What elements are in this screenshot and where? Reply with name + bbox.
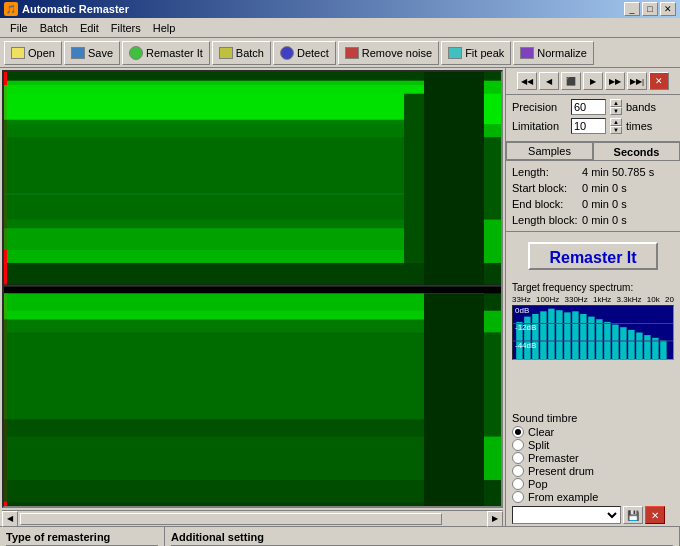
waveform-display[interactable] xyxy=(2,70,503,508)
minimize-button[interactable]: _ xyxy=(624,2,640,16)
svg-rect-35 xyxy=(612,325,618,359)
remaster-it-button[interactable]: Remaster It xyxy=(122,41,210,65)
svg-rect-28 xyxy=(556,310,562,359)
freq-scale-1: 33Hz xyxy=(512,295,531,304)
type-panel: Type of remastering Both channels Partia… xyxy=(0,527,165,546)
timbre-present-drum-row: Present drum xyxy=(512,465,665,477)
svg-rect-38 xyxy=(636,333,642,360)
timbre-select[interactable] xyxy=(512,506,621,524)
remaster-it-label: Remaster It xyxy=(146,47,203,59)
menu-file[interactable]: File xyxy=(4,20,34,36)
detect-icon xyxy=(280,46,294,60)
toolbar: Open Save Remaster It Batch Detect Remov… xyxy=(0,38,680,68)
tab-samples[interactable]: Samples xyxy=(506,142,593,160)
right-panel: ◀◀ ◀ ⬛ ▶ ▶▶ ▶▶| ✕ Precision 60 ▲ ▼ bands xyxy=(505,68,680,526)
timbre-present-drum-radio[interactable] xyxy=(512,465,524,477)
timbre-split-row: Split xyxy=(512,439,665,451)
app-icon: 🎵 xyxy=(4,2,18,16)
open-label: Open xyxy=(28,47,55,59)
limitation-label: Limitation xyxy=(512,120,567,132)
menu-help[interactable]: Help xyxy=(147,20,182,36)
close-button[interactable]: ✕ xyxy=(660,2,676,16)
precision-area: Precision 60 ▲ ▼ bands Limitation 10 ▲ ▼ xyxy=(506,95,680,142)
precision-unit: bands xyxy=(626,101,656,113)
menu-batch[interactable]: Batch xyxy=(34,20,74,36)
additional-panel-title: Additional setting xyxy=(171,531,673,546)
normalize-button[interactable]: Normalize xyxy=(513,41,594,65)
db-label-0: 0dB xyxy=(515,306,529,315)
menu-edit[interactable]: Edit xyxy=(74,20,105,36)
timbre-split-radio[interactable] xyxy=(512,439,524,451)
freq-section: Target frequency spectrum: 33Hz 100Hz 33… xyxy=(506,280,680,410)
timbre-delete-button[interactable]: ✕ xyxy=(645,506,665,524)
transport-bar: ◀◀ ◀ ⬛ ▶ ▶▶ ▶▶| ✕ xyxy=(506,68,680,95)
svg-rect-31 xyxy=(580,314,586,359)
detect-button[interactable]: Detect xyxy=(273,41,336,65)
svg-rect-32 xyxy=(588,317,594,359)
batch-icon xyxy=(219,47,233,59)
timbre-bottom-controls: 💾 ✕ xyxy=(512,506,665,524)
svg-rect-37 xyxy=(628,330,634,359)
length-block-label: Length block: xyxy=(512,214,582,226)
precision-down[interactable]: ▼ xyxy=(610,107,622,115)
remaster-it-main-button[interactable]: Remaster It xyxy=(528,242,658,270)
info-section: Length: 4 min 50.785 s Start block: 0 mi… xyxy=(506,161,680,232)
detect-label: Detect xyxy=(297,47,329,59)
timbre-clear-radio[interactable] xyxy=(512,426,524,438)
freq-scale-3: 330Hz xyxy=(565,295,588,304)
fit-peak-button[interactable]: Fit peak xyxy=(441,41,511,65)
svg-rect-36 xyxy=(620,327,626,359)
timbre-from-example-row: From example xyxy=(512,491,665,503)
limitation-input[interactable]: 10 xyxy=(571,118,606,134)
timbre-from-example-label: From example xyxy=(528,491,598,503)
precision-input[interactable]: 60 xyxy=(571,99,606,115)
tab-seconds[interactable]: Seconds xyxy=(593,142,680,160)
db-label-12: -12dB xyxy=(515,323,536,332)
scroll-right-arrow[interactable]: ▶ xyxy=(487,511,503,527)
bottom-section: Type of remastering Both channels Partia… xyxy=(0,526,680,546)
scroll-left-arrow[interactable]: ◀ xyxy=(2,511,18,527)
freq-scale-2: 100Hz xyxy=(536,295,559,304)
svg-rect-18 xyxy=(4,306,484,436)
additional-panel: Additional setting Remove noise blocks %… xyxy=(165,527,680,546)
transport-btn-5[interactable]: ▶▶ xyxy=(605,72,625,90)
start-block-value: 0 min 0 s xyxy=(582,182,627,194)
timbre-present-drum-label: Present drum xyxy=(528,465,594,477)
timbre-clear-label: Clear xyxy=(528,426,554,438)
save-button[interactable]: Save xyxy=(64,41,120,65)
transport-btn-6[interactable]: ▶▶| xyxy=(627,72,647,90)
precision-up[interactable]: ▲ xyxy=(610,99,622,107)
svg-rect-29 xyxy=(564,312,570,359)
maximize-button[interactable]: □ xyxy=(642,2,658,16)
freq-scale-4: 1kHz xyxy=(593,295,611,304)
transport-btn-1[interactable]: ◀◀ xyxy=(517,72,537,90)
timbre-pop-radio[interactable] xyxy=(512,478,524,490)
scroll-thumb[interactable] xyxy=(20,513,442,525)
transport-btn-close[interactable]: ✕ xyxy=(649,72,669,90)
limitation-down[interactable]: ▼ xyxy=(610,126,622,134)
transport-btn-2[interactable]: ◀ xyxy=(539,72,559,90)
remove-noise-label: Remove noise xyxy=(362,47,432,59)
remove-noise-button[interactable]: Remove noise xyxy=(338,41,439,65)
timbre-save-button[interactable]: 💾 xyxy=(623,506,643,524)
batch-label: Batch xyxy=(236,47,264,59)
remove-noise-icon xyxy=(345,47,359,59)
timbre-premaster-radio[interactable] xyxy=(512,452,524,464)
freq-display[interactable]: 0dB -12dB -44dB xyxy=(512,305,674,360)
batch-button[interactable]: Batch xyxy=(212,41,271,65)
timbre-pop-label: Pop xyxy=(528,478,548,490)
freq-spectrum-label: Target frequency spectrum: xyxy=(512,282,674,293)
timbre-premaster-label: Premaster xyxy=(528,452,579,464)
start-block-label: Start block: xyxy=(512,182,582,194)
limitation-up[interactable]: ▲ xyxy=(610,118,622,126)
transport-btn-4[interactable]: ▶ xyxy=(583,72,603,90)
transport-btn-3[interactable]: ⬛ xyxy=(561,72,581,90)
menu-filters[interactable]: Filters xyxy=(105,20,147,36)
svg-rect-17 xyxy=(424,72,484,285)
horizontal-scrollbar[interactable]: ◀ ▶ xyxy=(2,510,503,526)
timbre-from-example-radio[interactable] xyxy=(512,491,524,503)
svg-rect-34 xyxy=(604,322,610,359)
svg-rect-30 xyxy=(572,311,578,359)
fit-peak-icon xyxy=(448,47,462,59)
open-button[interactable]: Open xyxy=(4,41,62,65)
